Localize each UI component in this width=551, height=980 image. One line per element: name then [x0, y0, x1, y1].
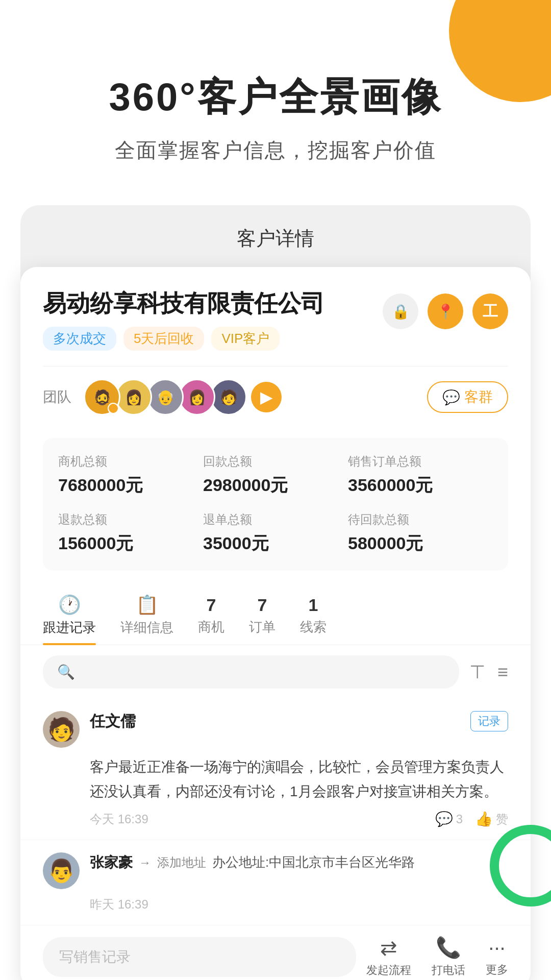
company-name: 易动纷享科技有限责任公司 [43, 289, 383, 317]
team-avatars: 🧔 👩 👴 👩 🧑 ▶ [84, 379, 427, 415]
location-icon[interactable]: 📍 [428, 293, 463, 329]
record-avatar-1: 🧑 [43, 711, 80, 748]
write-input-placeholder: 写销售记录 [59, 949, 131, 965]
record2-time-wrapper: 昨天 16:39 [90, 896, 508, 913]
start-flow-label: 发起流程 [366, 963, 411, 978]
record2-info: 张家豪 → 添加地址 办公地址:中国北京市丰台区光华路 [90, 852, 508, 872]
company-info: 易动纷享科技有限责任公司 多次成交 5天后回收 VIP客户 [43, 289, 383, 351]
tag-multiple-deal[interactable]: 多次成交 [43, 327, 116, 351]
record2-name: 张家豪 [90, 853, 133, 872]
stat-value-2: 3560000元 [348, 474, 493, 497]
filter-icon[interactable]: ⊤ [469, 662, 485, 683]
call-button[interactable]: 📞 打电话 [432, 936, 465, 978]
avatar-4[interactable]: 👩 [179, 379, 215, 415]
stat-item-0: 商机总额 7680000元 [58, 453, 203, 497]
record-comment-action[interactable]: 💬 3 [435, 811, 463, 827]
team-row: 团队 🧔 👩 👴 👩 🧑 ▶ 💬 客群 [20, 366, 531, 428]
tab-order[interactable]: 7 订单 [249, 587, 276, 644]
record-like-action[interactable]: 👍 赞 [475, 811, 508, 827]
hero-section: 360°客户全景画像 全面掌握客户信息，挖掘客户价值 [0, 0, 551, 195]
comment-count: 3 [456, 812, 463, 826]
avatar-3[interactable]: 👴 [147, 379, 184, 415]
record2-time: 昨天 16:39 [90, 897, 148, 911]
stat-value-5: 580000元 [348, 532, 493, 555]
tab-detail-icon: 📋 [136, 594, 159, 616]
tab-detail-label: 详细信息 [120, 619, 173, 636]
ke-qun-label: 客群 [464, 387, 493, 407]
record-header-2: 👨 张家豪 → 添加地址 办公地址:中国北京市丰台区光华路 [43, 852, 508, 889]
ke-qun-icon: 💬 [442, 389, 460, 406]
tab-opportunity-label: 商机 [198, 618, 224, 636]
team-label: 团队 [43, 387, 71, 407]
stat-item-5: 待回款总额 580000元 [348, 511, 493, 555]
tab-follow-icon: 🕐 [58, 594, 81, 616]
stats-grid: 商机总额 7680000元 回款总额 2980000元 销售订单总额 35600… [43, 438, 508, 571]
stat-value-1: 2980000元 [203, 474, 348, 497]
record-footer-1: 今天 16:39 💬 3 👍 赞 [90, 811, 508, 827]
stat-item-4: 退单总额 35000元 [203, 511, 348, 555]
fg-card: 易动纷享科技有限责任公司 多次成交 5天后回收 VIP客户 🔒 📍 工 团队 [20, 267, 531, 980]
work-icon[interactable]: 工 [472, 293, 508, 329]
tab-follow-label: 跟进记录 [43, 619, 96, 636]
record-badge-1: 记录 [470, 711, 508, 731]
record-actions-1: 💬 3 👍 赞 [435, 811, 508, 827]
lock-icon[interactable]: 🔒 [383, 293, 418, 329]
call-icon: 📞 [436, 936, 461, 960]
sort-icon[interactable]: ≡ [497, 662, 508, 683]
filter-icons: ⊤ ≡ [469, 662, 508, 683]
record-item-1: 🧑 任文儒 记录 客户最近正准备一场海宁的演唱会，比较忙，会员管理方案负责人还没… [20, 699, 531, 840]
stat-label-4: 退单总额 [203, 511, 348, 528]
like-icon: 👍 [475, 811, 493, 827]
company-tags: 多次成交 5天后回收 VIP客户 [43, 327, 383, 351]
tab-lead-label: 线索 [300, 618, 327, 636]
stat-label-2: 销售订单总额 [348, 453, 493, 470]
write-input[interactable]: 写销售记录 [43, 937, 356, 977]
hero-title: 360°客户全景画像 [0, 71, 551, 124]
tab-bar: 🕐 跟进记录 📋 详细信息 7 商机 7 订单 1 [20, 581, 531, 645]
record-name-1: 任文儒 [90, 711, 460, 732]
start-flow-icon: ⇄ [380, 936, 397, 960]
record2-action-label: 添加地址 [157, 854, 206, 871]
tab-opportunity[interactable]: 7 商机 [198, 587, 224, 644]
bottom-bar: 写销售记录 ⇄ 发起流程 📞 打电话 ··· 更多 [20, 925, 531, 980]
bg-card: 客户详情 易动纷享科技有限责任公司 多次成交 5天后回收 VIP客户 🔒 📍 工 [20, 205, 531, 980]
stat-label-1: 回款总额 [203, 453, 348, 470]
company-icons: 🔒 📍 工 [383, 293, 508, 329]
avatar-1[interactable]: 🧔 [84, 379, 120, 415]
ke-qun-button[interactable]: 💬 客群 [427, 381, 508, 413]
stat-item-1: 回款总额 2980000元 [203, 453, 348, 497]
avatar-more[interactable]: ▶ [251, 382, 282, 412]
start-flow-button[interactable]: ⇄ 发起流程 [366, 936, 411, 978]
stat-value-3: 156000元 [58, 532, 203, 555]
stat-label-5: 待回款总额 [348, 511, 493, 528]
tab-follow-underline [43, 643, 96, 645]
avatar-5[interactable]: 🧑 [210, 379, 247, 415]
comment-icon: 💬 [435, 811, 453, 827]
record-time-1: 今天 16:39 [90, 811, 148, 827]
tab-lead[interactable]: 1 线索 [300, 587, 327, 644]
tab-lead-count: 1 [309, 595, 318, 615]
stat-label-0: 商机总额 [58, 453, 203, 470]
hero-subtitle: 全面掌握客户信息，挖掘客户价值 [0, 136, 551, 164]
tab-detail-info[interactable]: 📋 详细信息 [120, 586, 173, 645]
tab-order-count: 7 [258, 595, 267, 615]
tab-opportunity-count: 7 [207, 595, 216, 615]
tag-vip[interactable]: VIP客户 [211, 327, 280, 351]
tab-follow-records[interactable]: 🕐 跟进记录 [43, 586, 96, 645]
avatar-2[interactable]: 👩 [115, 379, 152, 415]
like-label: 赞 [496, 811, 508, 827]
record-item-2: 👨 张家豪 → 添加地址 办公地址:中国北京市丰台区光华路 昨天 16:39 [20, 840, 531, 925]
company-header: 易动纷享科技有限责任公司 多次成交 5天后回收 VIP客户 🔒 📍 工 [20, 267, 531, 366]
bg-card-title: 客户详情 [20, 226, 531, 267]
tag-recycle-days[interactable]: 5天后回收 [123, 327, 204, 351]
more-icon: ··· [488, 936, 505, 959]
more-button[interactable]: ··· 更多 [486, 936, 508, 977]
record2-content: 办公地址:中国北京市丰台区光华路 [212, 852, 415, 872]
tab-order-label: 订单 [249, 618, 276, 636]
stat-item-3: 退款总额 156000元 [58, 511, 203, 555]
stat-value-0: 7680000元 [58, 474, 203, 497]
search-box[interactable]: 🔍 [43, 655, 459, 689]
stat-item-2: 销售订单总额 3560000元 [348, 453, 493, 497]
record-avatar-2: 👨 [43, 852, 80, 889]
call-label: 打电话 [432, 963, 465, 978]
